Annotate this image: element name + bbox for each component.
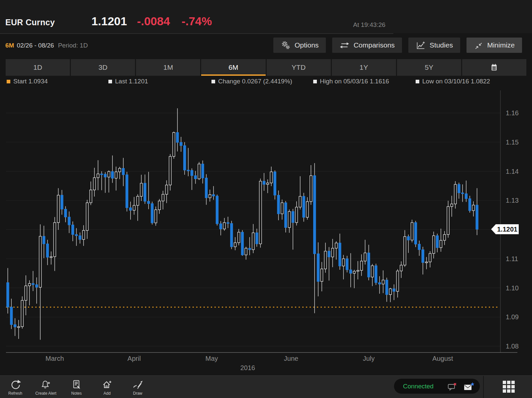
last-price: 1.1201 xyxy=(91,15,127,28)
svg-text:March: March xyxy=(46,355,64,362)
quote-header: EUR Curncy 1.1201 -.0084 -.74% At 19:43:… xyxy=(0,0,532,33)
refresh-label: Refresh xyxy=(8,391,22,396)
svg-text:1.14: 1.14 xyxy=(506,168,519,175)
ticker-symbol: EUR Curncy xyxy=(5,18,55,27)
legend-start-label: Start 1.0934 xyxy=(13,78,48,85)
svg-text:1.13: 1.13 xyxy=(506,197,519,204)
svg-text:1.10: 1.10 xyxy=(506,284,519,292)
connection-status: Connected xyxy=(403,383,434,390)
svg-text:2016: 2016 xyxy=(240,364,255,371)
range-info: 6M02/26 - 08/26Period: 1D xyxy=(5,42,88,49)
legend-change-label: Change 0.0267 (2.4419%) xyxy=(218,78,292,85)
period-label: Period: 1D xyxy=(58,42,88,49)
grid-icon xyxy=(503,381,506,384)
tab-1y[interactable]: 1Y xyxy=(332,59,396,76)
svg-text:1.1201: 1.1201 xyxy=(497,226,517,233)
studies-label: Studies xyxy=(430,41,453,49)
tab-1y-label: 1Y xyxy=(359,63,368,71)
notes-label: Notes xyxy=(71,391,81,396)
swap-arrows-icon xyxy=(339,40,349,50)
date-range: 02/26 - 08/26 xyxy=(17,42,54,49)
tab-3d[interactable]: 3D xyxy=(71,59,135,76)
svg-text:1.15: 1.15 xyxy=(506,139,519,146)
last-marker xyxy=(108,80,112,83)
price-change-percent: -.74% xyxy=(182,15,212,28)
bell-plus-icon xyxy=(40,378,52,390)
comparisons-label: Comparisons xyxy=(353,41,395,49)
quote-timestamp: At 19:43:26 xyxy=(353,21,385,29)
comparisons-button[interactable]: Comparisons xyxy=(332,38,402,53)
chart-toolbar: Options Comparisons Studies M xyxy=(273,38,522,53)
tab-ytd-label: YTD xyxy=(292,63,306,71)
tab-1m[interactable]: 1M xyxy=(136,59,200,76)
house-plus-icon xyxy=(101,378,113,390)
create-alert-button[interactable]: Create Alert xyxy=(31,376,61,398)
header-divider xyxy=(0,33,393,34)
create-alert-label: Create Alert xyxy=(35,391,56,396)
chart-area[interactable]: 1.161.151.141.131.111.101.091.08MarchApr… xyxy=(0,89,532,375)
high-marker xyxy=(313,80,317,83)
tab-5y[interactable]: 5Y xyxy=(397,59,461,76)
chart-window: EUR Curncy 1.1201 -.0084 -.74% At 19:43:… xyxy=(0,0,532,398)
connection-status-pill: Connected xyxy=(394,379,480,394)
legend-high: High on 05/03/16 1.1616 xyxy=(313,78,416,85)
mail-star-icon[interactable] xyxy=(463,382,474,392)
add-label: Add xyxy=(103,391,110,396)
draw-pencil-icon xyxy=(132,378,144,390)
legend-last-label: Last 1.1201 xyxy=(115,78,148,85)
minimize-label: Minimize xyxy=(487,41,515,49)
tab-ytd[interactable]: YTD xyxy=(267,59,331,76)
tab-6m-label: 6M xyxy=(228,63,238,71)
price-change: -.0084 xyxy=(137,15,170,28)
tab-5y-label: 5Y xyxy=(425,63,433,71)
draw-label: Draw xyxy=(133,391,142,396)
range-tabs: 1D 3D 1M 6M YTD 1Y 5Y xyxy=(6,59,526,76)
chart-line-icon xyxy=(416,40,426,50)
options-label: Options xyxy=(295,41,319,49)
minimize-button[interactable]: Minimize xyxy=(466,38,522,53)
svg-text:July: July xyxy=(363,355,375,362)
collapse-arrows-icon xyxy=(474,41,483,50)
svg-text:May: May xyxy=(205,355,218,362)
app-grid-button[interactable] xyxy=(503,381,515,393)
start-marker xyxy=(7,80,10,83)
legend-low-label: Low on 03/10/16 1.0822 xyxy=(422,78,490,85)
bottom-toolbar: Refresh Create Alert Notes xyxy=(0,375,532,398)
change-marker xyxy=(211,80,215,83)
svg-text:1.16: 1.16 xyxy=(506,109,519,117)
legend-last: Last 1.1201 xyxy=(108,78,211,85)
legend-start: Start 1.0934 xyxy=(7,78,108,85)
options-button[interactable]: Options xyxy=(273,38,326,53)
tab-1d-label: 1D xyxy=(33,63,42,71)
low-marker xyxy=(416,80,419,83)
chart-legend: Start 1.0934 Last 1.1201 Change 0.0267 (… xyxy=(7,78,490,85)
tab-1m-label: 1M xyxy=(163,63,173,71)
svg-text:1.09: 1.09 xyxy=(506,313,519,321)
svg-text:June: June xyxy=(284,355,298,362)
refresh-icon xyxy=(9,378,21,390)
tab-6m[interactable]: 6M xyxy=(201,59,265,76)
studies-button[interactable]: Studies xyxy=(408,38,460,53)
gears-icon xyxy=(281,40,291,50)
svg-text:1.08: 1.08 xyxy=(506,343,519,350)
draw-button[interactable]: Draw xyxy=(122,376,153,398)
range-label: 6M xyxy=(5,42,14,49)
tool-group: Refresh Create Alert Notes xyxy=(0,376,153,398)
calendar-icon xyxy=(489,62,499,72)
legend-high-label: High on 05/03/16 1.1616 xyxy=(320,78,389,85)
tab-1d[interactable]: 1D xyxy=(6,59,70,76)
note-pencil-icon xyxy=(70,378,82,390)
svg-text:1.11: 1.11 xyxy=(506,255,518,262)
tab-3d-label: 3D xyxy=(98,63,107,71)
notes-button[interactable]: Notes xyxy=(61,376,92,398)
footer-divider xyxy=(483,376,484,398)
candlestick-chart[interactable]: 1.161.151.141.131.111.101.091.08MarchApr… xyxy=(0,89,532,375)
chat-error-icon[interactable] xyxy=(447,382,458,391)
legend-change: Change 0.0267 (2.4419%) xyxy=(211,78,313,85)
add-button[interactable]: Add xyxy=(92,376,122,398)
legend-low: Low on 03/10/16 1.0822 xyxy=(416,78,490,85)
refresh-button[interactable]: Refresh xyxy=(0,376,31,398)
svg-text:April: April xyxy=(127,355,141,362)
svg-text:August: August xyxy=(432,355,453,362)
tab-calendar[interactable] xyxy=(462,59,526,76)
